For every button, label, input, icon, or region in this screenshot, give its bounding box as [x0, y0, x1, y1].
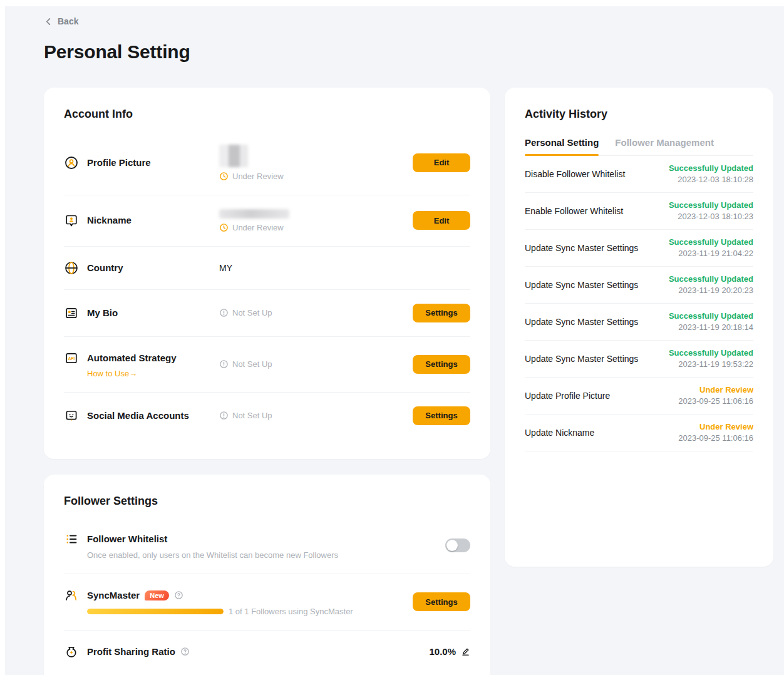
activity-time: 2023-11-19 21:04:22 — [669, 249, 753, 258]
activity-history-title: Activity History — [525, 108, 753, 121]
follower-whitelist-row: Follower Whitelist Once enabled, only us… — [64, 518, 470, 574]
my-bio-row: My Bio Not Set Up Settings — [64, 290, 470, 337]
profile-picture-status: Under Review — [219, 172, 413, 181]
profit-sharing-value: 10.0% — [429, 646, 456, 657]
activity-status: Under Review — [678, 385, 753, 394]
activity-status: Successfully Updated — [669, 348, 753, 358]
info-icon — [219, 308, 229, 317]
profit-sharing-moneybag-icon — [64, 644, 79, 659]
tab-personal-setting[interactable]: Personal Setting — [525, 137, 599, 155]
activity-name: Update Sync Master Settings — [525, 280, 638, 290]
syncmaster-label: SyncMaster — [87, 588, 140, 603]
toggle-knob — [446, 540, 458, 551]
social-media-icon — [64, 408, 79, 423]
activity-time: 2023-11-19 20:18:14 — [669, 322, 753, 332]
activity-status: Successfully Updated — [669, 200, 753, 210]
follower-settings-title: Follower Settings — [64, 495, 470, 508]
social-media-label: Social Media Accounts — [87, 408, 189, 423]
activity-row: Update Sync Master Settings Successfully… — [525, 230, 753, 267]
automated-strategy-settings-button[interactable]: Settings — [413, 355, 470, 374]
activity-name: Update Sync Master Settings — [525, 354, 638, 364]
country-label: Country — [87, 260, 123, 276]
my-bio-icon — [64, 306, 79, 321]
nickname-value-blurred — [219, 209, 289, 219]
social-media-settings-button[interactable]: Settings — [413, 406, 470, 425]
automated-strategy-row: API Automated Strategy How to Use→ Not S… — [64, 337, 470, 393]
my-bio-settings-button[interactable]: Settings — [413, 304, 470, 322]
nickname-icon — [64, 213, 79, 228]
clock-icon — [219, 172, 229, 181]
activity-name: Update Nickname — [525, 428, 594, 438]
activity-row: Disable Follower Whitelist Successfully … — [525, 156, 753, 193]
my-bio-status: Not Set Up — [219, 308, 413, 317]
activity-time: 2023-09-25 11:06:16 — [678, 433, 753, 443]
automated-strategy-status: Not Set Up — [219, 359, 413, 369]
profile-picture-row: Profile Picture Under Review Edit — [64, 131, 470, 195]
activity-status: Successfully Updated — [669, 163, 753, 173]
syncmaster-progress-fill — [87, 609, 224, 614]
how-to-use-link[interactable]: How to Use→ — [87, 369, 177, 378]
profile-picture-preview — [219, 145, 248, 167]
syncmaster-usage-text: 1 of 1 Followers using SyncMaster — [229, 607, 353, 616]
nickname-label: Nickname — [87, 213, 132, 228]
back-chevron-icon — [44, 17, 53, 26]
follower-whitelist-label: Follower Whitelist — [87, 532, 167, 547]
activity-status: Successfully Updated — [669, 237, 753, 247]
follower-whitelist-toggle[interactable] — [445, 538, 470, 552]
activity-name: Update Profile Picture — [525, 391, 610, 401]
activity-row: Update Sync Master Settings Successfully… — [525, 304, 753, 341]
nickname-edit-button[interactable]: Edit — [413, 211, 470, 230]
activity-status: Under Review — [678, 422, 753, 431]
profile-picture-label: Profile Picture — [87, 155, 151, 170]
activity-tabs: Personal Setting Follower Management — [525, 137, 753, 156]
info-icon — [219, 359, 229, 369]
follower-settings-card: Follower Settings Follower — [44, 475, 490, 675]
back-label: Back — [58, 16, 78, 26]
activity-status: Successfully Updated — [669, 311, 753, 321]
activity-time: 2023-12-03 18:10:28 — [669, 175, 753, 184]
new-badge: New — [145, 590, 169, 600]
question-icon[interactable] — [180, 647, 190, 656]
account-info-title: Account Info — [64, 108, 470, 121]
profile-picture-edit-button[interactable]: Edit — [413, 153, 470, 172]
activity-history-card: Activity History Personal Setting Follow… — [505, 88, 773, 567]
arrow-right-icon: → — [129, 369, 137, 378]
clock-icon — [219, 223, 229, 232]
nickname-row: Nickname Under Review Edit — [64, 195, 470, 247]
activity-time: 2023-11-19 20:20:23 — [669, 286, 753, 295]
country-value: MY — [219, 263, 470, 273]
activity-row: Update Sync Master Settings Successfully… — [525, 341, 753, 378]
activity-status: Successfully Updated — [669, 274, 753, 284]
tab-follower-management[interactable]: Follower Management — [615, 137, 714, 155]
automated-strategy-label: Automated Strategy — [87, 351, 177, 366]
edit-pencil-icon[interactable] — [461, 647, 470, 656]
activity-row: Enable Follower Whitelist Successfully U… — [525, 193, 753, 230]
nickname-status: Under Review — [219, 223, 413, 232]
syncmaster-settings-button[interactable]: Settings — [413, 592, 470, 611]
activity-time: 2023-11-19 19:53:22 — [669, 359, 753, 369]
syncmaster-icon — [64, 588, 79, 603]
activity-time: 2023-09-25 11:06:16 — [678, 396, 753, 406]
profit-sharing-row: Profit Sharing Ratio 10.0% — [64, 631, 470, 673]
profit-sharing-label: Profit Sharing Ratio — [87, 644, 175, 659]
activity-row: Update Sync Master Settings Successfully… — [525, 267, 753, 304]
activity-row: Update Nickname Under Review 2023-09-25 … — [525, 415, 753, 451]
country-row: Country MY — [64, 247, 470, 290]
activity-list: Disable Follower Whitelist Successfully … — [525, 156, 753, 451]
activity-name: Update Sync Master Settings — [525, 243, 638, 253]
back-button[interactable]: Back — [44, 16, 78, 26]
automated-strategy-api-icon: API — [64, 351, 79, 366]
activity-name: Disable Follower Whitelist — [525, 169, 625, 179]
activity-name: Update Sync Master Settings — [525, 317, 638, 327]
country-globe-icon — [64, 260, 79, 276]
syncmaster-row: SyncMaster New 1 of 1 Followers using Sy… — [64, 574, 470, 631]
social-media-row: Social Media Accounts Not Set Up Setting… — [64, 393, 470, 439]
account-info-card: Account Info Profile Picture — [44, 88, 490, 459]
follower-whitelist-description: Once enabled, only users on the Whitelis… — [87, 550, 338, 560]
svg-text:API: API — [68, 356, 75, 360]
syncmaster-progress-bar — [87, 609, 224, 614]
info-icon — [219, 411, 229, 420]
question-icon[interactable] — [174, 590, 183, 600]
social-media-status: Not Set Up — [219, 411, 413, 420]
page-title: Personal Setting — [44, 41, 784, 63]
